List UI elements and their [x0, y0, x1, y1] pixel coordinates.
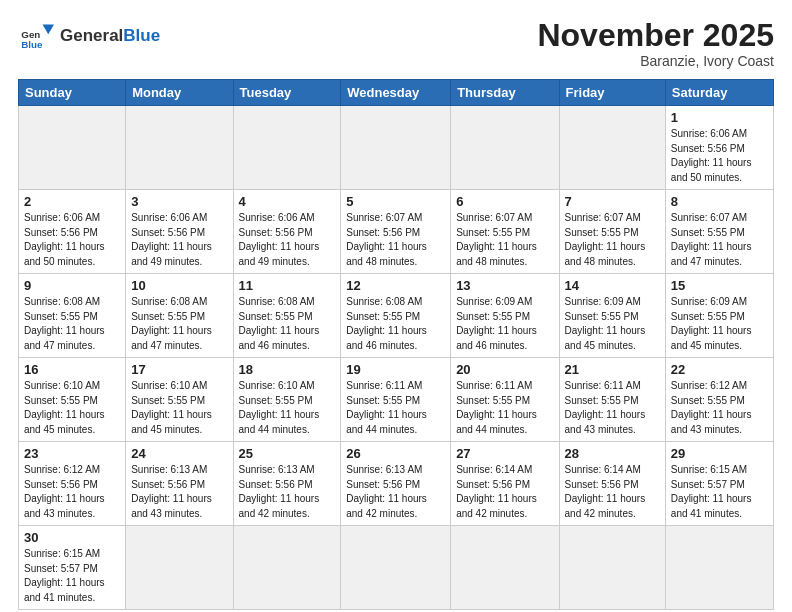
calendar-cell: 13Sunrise: 6:09 AMSunset: 5:55 PMDayligh… — [451, 274, 559, 358]
day-info: Sunrise: 6:08 AMSunset: 5:55 PMDaylight:… — [131, 295, 227, 353]
calendar-cell — [559, 106, 665, 190]
general-blue-icon: Gen Blue — [18, 18, 54, 54]
calendar: SundayMondayTuesdayWednesdayThursdayFrid… — [18, 79, 774, 610]
day-info: Sunrise: 6:10 AMSunset: 5:55 PMDaylight:… — [239, 379, 336, 437]
day-info: Sunrise: 6:15 AMSunset: 5:57 PMDaylight:… — [671, 463, 768, 521]
calendar-week-4: 23Sunrise: 6:12 AMSunset: 5:56 PMDayligh… — [19, 442, 774, 526]
calendar-cell — [665, 526, 773, 610]
day-number: 25 — [239, 446, 336, 461]
day-number: 13 — [456, 278, 553, 293]
day-number: 18 — [239, 362, 336, 377]
day-number: 10 — [131, 278, 227, 293]
day-info: Sunrise: 6:10 AMSunset: 5:55 PMDaylight:… — [131, 379, 227, 437]
calendar-cell: 19Sunrise: 6:11 AMSunset: 5:55 PMDayligh… — [341, 358, 451, 442]
calendar-cell — [19, 106, 126, 190]
calendar-cell — [451, 526, 559, 610]
day-info: Sunrise: 6:15 AMSunset: 5:57 PMDaylight:… — [24, 547, 120, 605]
location: Baranzie, Ivory Coast — [537, 53, 774, 69]
day-number: 16 — [24, 362, 120, 377]
calendar-cell — [126, 526, 233, 610]
day-number: 9 — [24, 278, 120, 293]
calendar-cell — [559, 526, 665, 610]
day-number: 24 — [131, 446, 227, 461]
calendar-header-row: SundayMondayTuesdayWednesdayThursdayFrid… — [19, 80, 774, 106]
day-info: Sunrise: 6:11 AMSunset: 5:55 PMDaylight:… — [346, 379, 445, 437]
day-info: Sunrise: 6:07 AMSunset: 5:56 PMDaylight:… — [346, 211, 445, 269]
calendar-cell: 16Sunrise: 6:10 AMSunset: 5:55 PMDayligh… — [19, 358, 126, 442]
calendar-cell: 6Sunrise: 6:07 AMSunset: 5:55 PMDaylight… — [451, 190, 559, 274]
calendar-cell: 2Sunrise: 6:06 AMSunset: 5:56 PMDaylight… — [19, 190, 126, 274]
day-number: 28 — [565, 446, 660, 461]
calendar-week-0: 1Sunrise: 6:06 AMSunset: 5:56 PMDaylight… — [19, 106, 774, 190]
svg-text:Gen: Gen — [21, 29, 40, 40]
day-number: 14 — [565, 278, 660, 293]
day-number: 6 — [456, 194, 553, 209]
day-number: 3 — [131, 194, 227, 209]
logo: Gen Blue GeneralBlue — [18, 18, 160, 54]
day-info: Sunrise: 6:06 AMSunset: 5:56 PMDaylight:… — [131, 211, 227, 269]
calendar-week-1: 2Sunrise: 6:06 AMSunset: 5:56 PMDaylight… — [19, 190, 774, 274]
calendar-cell: 20Sunrise: 6:11 AMSunset: 5:55 PMDayligh… — [451, 358, 559, 442]
calendar-cell — [341, 106, 451, 190]
title-block: November 2025 Baranzie, Ivory Coast — [537, 18, 774, 69]
calendar-cell: 25Sunrise: 6:13 AMSunset: 5:56 PMDayligh… — [233, 442, 341, 526]
calendar-week-2: 9Sunrise: 6:08 AMSunset: 5:55 PMDaylight… — [19, 274, 774, 358]
day-number: 27 — [456, 446, 553, 461]
logo-text: GeneralBlue — [60, 27, 160, 46]
day-number: 26 — [346, 446, 445, 461]
month-title: November 2025 — [537, 18, 774, 53]
page: Gen Blue GeneralBlue November 2025 Baran… — [0, 0, 792, 612]
day-number: 7 — [565, 194, 660, 209]
header: Gen Blue GeneralBlue November 2025 Baran… — [18, 18, 774, 69]
day-number: 29 — [671, 446, 768, 461]
calendar-week-3: 16Sunrise: 6:10 AMSunset: 5:55 PMDayligh… — [19, 358, 774, 442]
calendar-cell: 18Sunrise: 6:10 AMSunset: 5:55 PMDayligh… — [233, 358, 341, 442]
day-info: Sunrise: 6:07 AMSunset: 5:55 PMDaylight:… — [565, 211, 660, 269]
calendar-cell: 23Sunrise: 6:12 AMSunset: 5:56 PMDayligh… — [19, 442, 126, 526]
calendar-cell: 12Sunrise: 6:08 AMSunset: 5:55 PMDayligh… — [341, 274, 451, 358]
day-info: Sunrise: 6:11 AMSunset: 5:55 PMDaylight:… — [565, 379, 660, 437]
col-thursday: Thursday — [451, 80, 559, 106]
day-number: 23 — [24, 446, 120, 461]
day-info: Sunrise: 6:08 AMSunset: 5:55 PMDaylight:… — [239, 295, 336, 353]
day-info: Sunrise: 6:13 AMSunset: 5:56 PMDaylight:… — [131, 463, 227, 521]
day-number: 19 — [346, 362, 445, 377]
day-info: Sunrise: 6:09 AMSunset: 5:55 PMDaylight:… — [565, 295, 660, 353]
calendar-cell — [126, 106, 233, 190]
col-tuesday: Tuesday — [233, 80, 341, 106]
day-info: Sunrise: 6:10 AMSunset: 5:55 PMDaylight:… — [24, 379, 120, 437]
day-info: Sunrise: 6:13 AMSunset: 5:56 PMDaylight:… — [346, 463, 445, 521]
col-saturday: Saturday — [665, 80, 773, 106]
calendar-cell: 22Sunrise: 6:12 AMSunset: 5:55 PMDayligh… — [665, 358, 773, 442]
calendar-cell: 15Sunrise: 6:09 AMSunset: 5:55 PMDayligh… — [665, 274, 773, 358]
day-info: Sunrise: 6:09 AMSunset: 5:55 PMDaylight:… — [456, 295, 553, 353]
calendar-cell — [233, 106, 341, 190]
col-monday: Monday — [126, 80, 233, 106]
day-number: 21 — [565, 362, 660, 377]
day-number: 11 — [239, 278, 336, 293]
calendar-cell: 8Sunrise: 6:07 AMSunset: 5:55 PMDaylight… — [665, 190, 773, 274]
calendar-cell: 28Sunrise: 6:14 AMSunset: 5:56 PMDayligh… — [559, 442, 665, 526]
day-info: Sunrise: 6:06 AMSunset: 5:56 PMDaylight:… — [671, 127, 768, 185]
day-info: Sunrise: 6:07 AMSunset: 5:55 PMDaylight:… — [456, 211, 553, 269]
day-info: Sunrise: 6:08 AMSunset: 5:55 PMDaylight:… — [24, 295, 120, 353]
calendar-cell — [233, 526, 341, 610]
calendar-week-5: 30Sunrise: 6:15 AMSunset: 5:57 PMDayligh… — [19, 526, 774, 610]
col-wednesday: Wednesday — [341, 80, 451, 106]
calendar-cell: 21Sunrise: 6:11 AMSunset: 5:55 PMDayligh… — [559, 358, 665, 442]
calendar-cell: 26Sunrise: 6:13 AMSunset: 5:56 PMDayligh… — [341, 442, 451, 526]
day-info: Sunrise: 6:12 AMSunset: 5:56 PMDaylight:… — [24, 463, 120, 521]
day-number: 20 — [456, 362, 553, 377]
calendar-cell: 30Sunrise: 6:15 AMSunset: 5:57 PMDayligh… — [19, 526, 126, 610]
col-friday: Friday — [559, 80, 665, 106]
day-info: Sunrise: 6:12 AMSunset: 5:55 PMDaylight:… — [671, 379, 768, 437]
calendar-cell: 11Sunrise: 6:08 AMSunset: 5:55 PMDayligh… — [233, 274, 341, 358]
col-sunday: Sunday — [19, 80, 126, 106]
calendar-cell — [341, 526, 451, 610]
day-info: Sunrise: 6:14 AMSunset: 5:56 PMDaylight:… — [456, 463, 553, 521]
day-info: Sunrise: 6:06 AMSunset: 5:56 PMDaylight:… — [239, 211, 336, 269]
day-info: Sunrise: 6:07 AMSunset: 5:55 PMDaylight:… — [671, 211, 768, 269]
calendar-cell: 17Sunrise: 6:10 AMSunset: 5:55 PMDayligh… — [126, 358, 233, 442]
day-info: Sunrise: 6:13 AMSunset: 5:56 PMDaylight:… — [239, 463, 336, 521]
calendar-cell: 9Sunrise: 6:08 AMSunset: 5:55 PMDaylight… — [19, 274, 126, 358]
